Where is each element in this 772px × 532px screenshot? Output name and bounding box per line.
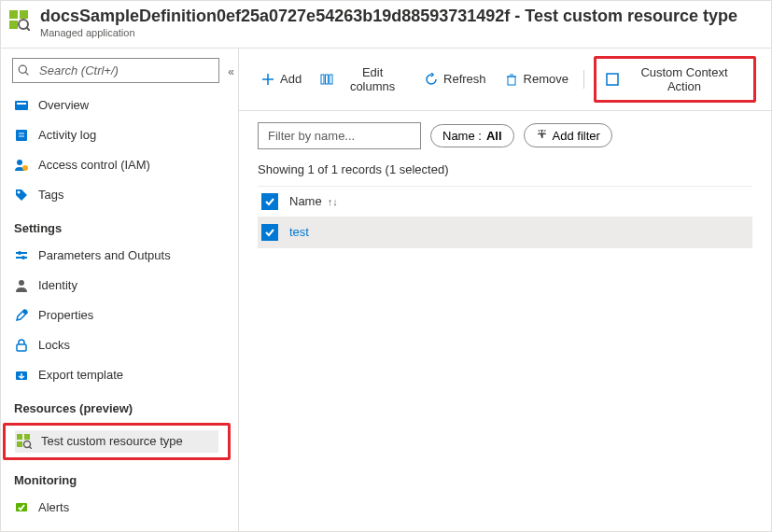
managed-app-icon <box>8 9 31 32</box>
identity-icon <box>14 278 29 293</box>
alerts-icon <box>14 500 29 515</box>
square-icon <box>606 73 619 86</box>
sidebar-item-locks[interactable]: Locks <box>1 330 238 360</box>
svg-rect-34 <box>508 77 515 85</box>
add-button[interactable]: Add <box>254 67 309 91</box>
sidebar-item-activity-log[interactable]: Activity log <box>1 120 238 150</box>
svg-rect-33 <box>330 75 332 84</box>
svg-rect-0 <box>9 10 18 19</box>
main-content: Add Edit columns Refresh Remove <box>239 49 771 531</box>
sidebar-item-identity[interactable]: Identity <box>1 271 238 301</box>
trash-icon <box>505 73 518 86</box>
page-header: docsSampleDefinition0ef25a0727e54263b19d… <box>1 1 771 49</box>
sidebar-item-access-control[interactable]: Access control (IAM) <box>1 150 238 180</box>
sidebar-item-label: Parameters and Outputs <box>38 248 171 262</box>
refresh-icon <box>425 73 438 86</box>
svg-rect-37 <box>607 74 618 85</box>
filter-name-input[interactable] <box>258 122 421 149</box>
button-label: Refresh <box>443 72 486 86</box>
svg-rect-31 <box>321 75 324 84</box>
svg-rect-23 <box>17 434 22 440</box>
row-name-link[interactable]: test <box>289 225 309 239</box>
sidebar-item-test-custom[interactable]: Test custom resource type <box>15 430 218 453</box>
button-label: Add <box>280 72 302 86</box>
filter-pill-label: Name : <box>442 129 482 143</box>
filter-pill-name[interactable]: Name : All <box>430 124 514 147</box>
svg-rect-9 <box>16 130 27 141</box>
edit-columns-button[interactable]: Edit columns <box>313 61 414 98</box>
svg-rect-25 <box>17 441 22 447</box>
toolbar-separator <box>583 70 584 89</box>
sidebar-item-overview[interactable]: Overview <box>1 91 238 120</box>
svg-point-18 <box>21 256 25 259</box>
svg-point-20 <box>23 309 28 314</box>
sidebar-item-label: Activity log <box>38 128 96 142</box>
column-header-name[interactable]: Name <box>289 194 322 208</box>
select-all-checkbox[interactable] <box>261 193 278 210</box>
results-table: Name ↑↓ test <box>239 186 771 248</box>
sidebar-item-tags[interactable]: Tags <box>1 180 238 210</box>
parameters-icon <box>14 248 29 263</box>
records-status: Showing 1 of 1 records (1 selected) <box>239 161 771 186</box>
properties-icon <box>14 308 29 323</box>
sidebar-item-export-template[interactable]: Export template <box>1 360 238 390</box>
svg-line-6 <box>25 72 28 75</box>
custom-resource-icon <box>17 434 32 449</box>
custom-context-action-button[interactable]: Custom Context Action <box>602 63 748 96</box>
add-filter-icon <box>536 128 548 143</box>
svg-line-27 <box>29 446 32 449</box>
add-filter-button[interactable]: Add filter <box>524 123 612 147</box>
button-label: Custom Context Action <box>625 65 744 93</box>
svg-line-4 <box>26 27 30 31</box>
sidebar: « Overview Activity log Access control (… <box>1 49 239 531</box>
group-settings: Settings <box>1 210 238 241</box>
highlight-toolbar: Custom Context Action <box>594 56 756 103</box>
toolbar: Add Edit columns Refresh Remove <box>239 49 771 111</box>
svg-rect-32 <box>326 75 329 84</box>
svg-point-12 <box>17 160 22 165</box>
sidebar-item-label: Identity <box>38 278 77 292</box>
svg-rect-21 <box>17 344 26 351</box>
svg-point-19 <box>19 280 24 286</box>
row-checkbox[interactable] <box>261 224 278 241</box>
export-template-icon <box>14 368 29 383</box>
plus-icon <box>261 73 274 86</box>
sidebar-item-properties[interactable]: Properties <box>1 301 238 330</box>
sidebar-item-label: Alerts <box>38 500 69 514</box>
svg-rect-8 <box>17 103 26 105</box>
refresh-button[interactable]: Refresh <box>417 67 494 91</box>
svg-rect-1 <box>20 10 28 19</box>
columns-icon <box>320 73 333 86</box>
svg-point-13 <box>22 165 28 171</box>
activity-log-icon <box>14 128 29 143</box>
remove-button[interactable]: Remove <box>498 67 576 91</box>
sidebar-item-parameters[interactable]: Parameters and Outputs <box>1 241 238 271</box>
overview-icon <box>14 98 29 113</box>
search-icon <box>18 64 30 79</box>
button-label: Remove <box>524 72 568 86</box>
filter-pill-value: All <box>486 129 502 143</box>
filter-bar: Name : All Add filter <box>239 111 771 161</box>
search-input[interactable] <box>12 58 219 83</box>
sidebar-item-label: Export template <box>38 368 123 382</box>
add-filter-label: Add filter <box>553 129 600 143</box>
sidebar-item-label: Tags <box>38 188 63 202</box>
sidebar-item-alerts[interactable]: Alerts <box>1 493 238 523</box>
sidebar-item-label: Overview <box>38 98 89 112</box>
collapse-icon[interactable]: « <box>228 65 234 78</box>
sort-icon: ↑↓ <box>328 196 338 207</box>
locks-icon <box>14 338 29 353</box>
svg-rect-7 <box>15 101 28 110</box>
table-header-row: Name ↑↓ <box>258 186 752 217</box>
sidebar-item-label: Test custom resource type <box>41 434 183 448</box>
svg-point-14 <box>18 190 21 193</box>
group-resources: Resources (preview) <box>1 390 238 421</box>
table-row[interactable]: test <box>258 217 752 248</box>
page-subtitle: Managed application <box>40 27 737 38</box>
sidebar-item-label: Properties <box>38 308 93 322</box>
svg-rect-2 <box>9 21 18 29</box>
sidebar-item-label: Access control (IAM) <box>38 158 150 172</box>
access-control-icon <box>14 158 29 173</box>
button-label: Edit columns <box>339 65 406 93</box>
page-title: docsSampleDefinition0ef25a0727e54263b19d… <box>40 7 737 27</box>
